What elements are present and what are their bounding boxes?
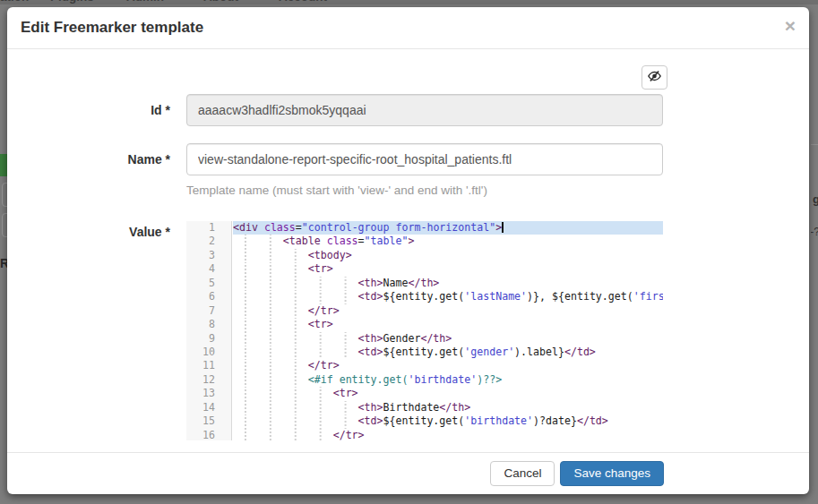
code-token: <td> <box>358 414 383 427</box>
code-token: "table" <box>365 235 409 247</box>
code-token: 'firstName' <box>633 290 663 303</box>
code-line[interactable]: <th>Gender</th> <box>233 332 663 346</box>
code-token: ).label} <box>514 346 564 358</box>
close-icon[interactable]: × <box>785 16 796 35</box>
code-line[interactable]: <td>${entity.get('gender').label}</td> <box>233 346 663 359</box>
code-token: <div <box>233 221 258 234</box>
background-nav-item: Admin <box>126 0 164 4</box>
code-token: </th> <box>408 277 439 289</box>
line-number: 16 <box>186 429 231 440</box>
background-right-edge: g -? <box>811 0 818 504</box>
id-field-label: Id * <box>7 94 170 126</box>
line-number: 8 <box>186 318 231 331</box>
preview-toggle-button[interactable] <box>641 65 667 90</box>
code-token: > <box>495 221 502 234</box>
code-token: <td> <box>358 290 383 303</box>
modal-footer: Cancel Save changes <box>7 452 809 494</box>
code-line[interactable]: <th>Birthdate</th> <box>233 401 663 414</box>
code-token: )?date} <box>533 414 577 427</box>
indent-guides <box>233 318 308 331</box>
code-token: <tbody> <box>308 249 352 261</box>
code-line[interactable]: </tr> <box>233 359 663 372</box>
line-number: 14 <box>186 401 231 414</box>
indent-guides <box>233 429 333 440</box>
code-line[interactable]: <tbody> <box>233 249 663 262</box>
code-line[interactable]: <#if entity.get('birthdate')??> <box>233 373 663 387</box>
code-token: = <box>358 235 365 247</box>
code-token: <th> <box>358 401 383 414</box>
code-line[interactable]: <tr> <box>233 318 663 331</box>
code-token: > <box>408 235 414 247</box>
indent-guides <box>233 290 358 303</box>
code-area[interactable]: <div class="control-group form-horizonta… <box>233 221 663 440</box>
code-token: <tr> <box>308 318 333 330</box>
code-token: 'birthdate' <box>408 373 477 386</box>
background-partial-text: g <box>813 192 818 206</box>
indent-guides <box>233 235 283 248</box>
modal-title: Edit Freemarker template <box>21 19 203 37</box>
value-code-editor[interactable]: 12345678910111213141516 <div class="cont… <box>186 221 663 440</box>
indent-guides <box>233 332 358 346</box>
code-line[interactable]: <td>${entity.get('birthdate')?date}</td> <box>233 414 663 428</box>
code-token: = <box>296 221 302 234</box>
cancel-button[interactable]: Cancel <box>490 461 555 486</box>
background-nav-item: About <box>203 0 238 4</box>
save-changes-button[interactable]: Save changes <box>560 461 664 486</box>
line-number: 5 <box>186 277 231 290</box>
background-left-edge: R <box>0 0 7 504</box>
line-number: 3 <box>186 249 231 262</box>
background-divider <box>811 144 818 145</box>
code-token: Gender <box>383 332 421 345</box>
code-token: <#if entity.get( <box>308 373 409 386</box>
background-green-button-sliver <box>0 154 7 176</box>
indent-guides <box>233 249 308 262</box>
code-token: </tr> <box>333 429 365 440</box>
indent-guides <box>233 373 308 387</box>
line-number-gutter: 12345678910111213141516 <box>186 221 232 440</box>
text-cursor <box>502 222 504 233</box>
code-line[interactable]: <th>Name</th> <box>233 277 663 290</box>
id-field[interactable] <box>186 94 663 126</box>
code-line[interactable]: <tr> <box>233 262 663 276</box>
code-token: 'birthdate' <box>464 414 533 427</box>
line-number: 11 <box>186 359 231 372</box>
background-nav-item: Account <box>279 0 327 4</box>
code-token <box>321 235 327 247</box>
name-field[interactable] <box>186 143 663 175</box>
code-token: </tr> <box>308 359 340 372</box>
code-line[interactable]: </tr> <box>233 429 663 440</box>
name-field-label: Name * <box>7 143 170 175</box>
code-token: 'lastName' <box>464 290 527 303</box>
code-line[interactable]: <td>${entity.get('lastName')}, ${entity.… <box>233 290 663 303</box>
indent-guides <box>233 359 308 372</box>
code-token: </th> <box>439 401 470 414</box>
code-line[interactable]: <tr> <box>233 387 663 400</box>
line-number: 6 <box>186 290 231 303</box>
background-partial-text: R <box>0 256 7 270</box>
indent-guides <box>233 304 308 318</box>
code-token: ${entity.get( <box>383 414 465 427</box>
code-token: <table <box>283 235 321 247</box>
background-navbar: ationPluginsAdminAboutAccount <box>0 0 818 4</box>
code-line[interactable]: <div class="control-group form-horizonta… <box>233 221 663 235</box>
code-token: )??> <box>477 373 502 386</box>
code-token: "control-group form-horizontal" <box>302 221 495 234</box>
indent-guides <box>233 277 358 290</box>
code-token: </tr> <box>308 304 340 317</box>
line-number: 7 <box>186 304 231 318</box>
code-token: <tr> <box>333 387 358 399</box>
value-field-label: Value * <box>7 225 170 239</box>
code-token <box>258 221 264 234</box>
name-help-text: Template name (must start with 'view-' a… <box>186 184 487 197</box>
indent-guides <box>233 346 358 359</box>
code-line[interactable]: <table class="table"> <box>233 235 663 248</box>
code-line[interactable]: </tr> <box>233 304 663 318</box>
code-token: 'gender' <box>464 346 514 358</box>
code-token: class <box>327 235 358 247</box>
code-token: <th> <box>358 277 383 289</box>
code-token: )}, ${entity.get( <box>527 290 633 303</box>
line-number: 1 <box>186 221 231 235</box>
code-token: Name <box>383 277 409 289</box>
modal-header: Edit Freemarker template × <box>7 7 809 49</box>
code-token: </th> <box>420 332 452 345</box>
